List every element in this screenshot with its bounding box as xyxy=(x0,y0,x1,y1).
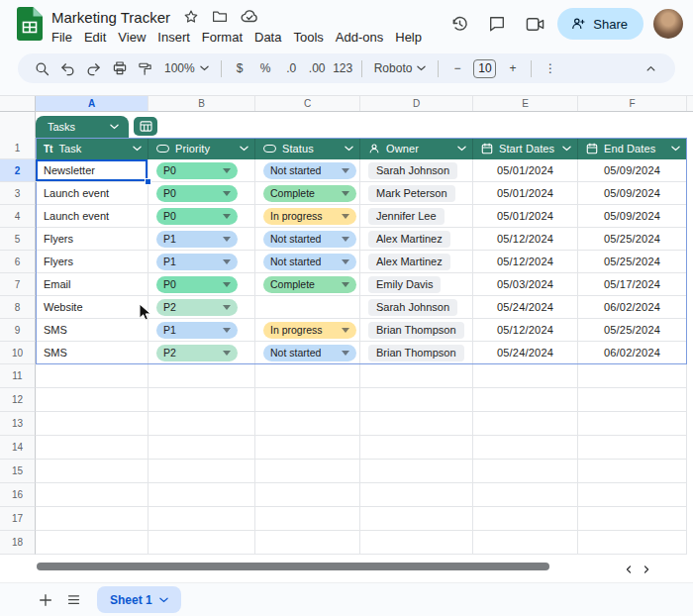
cell-start-date[interactable]: 05/01/2024 xyxy=(473,159,578,182)
cell-task[interactable]: Website xyxy=(36,296,148,319)
grid-cell[interactable] xyxy=(148,507,255,531)
menu-view[interactable]: View xyxy=(112,28,151,48)
version-history-button[interactable] xyxy=(443,8,476,40)
cell-task[interactable]: Launch event xyxy=(36,182,148,205)
grid-cell[interactable] xyxy=(473,436,578,460)
cell-start-date[interactable]: 05/01/2024 xyxy=(473,205,578,228)
column-header-c[interactable]: C xyxy=(255,96,360,111)
cell-start-date[interactable]: 05/03/2024 xyxy=(473,273,578,296)
chevron-down-icon[interactable] xyxy=(159,597,168,603)
grid-cell[interactable] xyxy=(473,460,578,483)
increase-decimal-places-button[interactable]: .00 xyxy=(305,56,330,80)
owner-chip[interactable]: Jennifer Lee xyxy=(368,208,445,225)
priority-pill[interactable]: P0 xyxy=(156,208,238,225)
cell-status[interactable]: Not started xyxy=(255,251,360,273)
document-title[interactable]: Marketing Tracker xyxy=(51,9,170,26)
sheet-tab-active[interactable]: Sheet 1 xyxy=(97,586,181,613)
chevron-down-icon[interactable] xyxy=(110,124,119,130)
status-pill[interactable]: Complete xyxy=(263,185,356,202)
grid-cell[interactable] xyxy=(473,412,578,436)
table-header-end-dates[interactable]: End Dates xyxy=(578,138,687,159)
grid-cell[interactable] xyxy=(148,364,255,388)
table-view-button[interactable] xyxy=(134,117,157,136)
row-header-11[interactable]: 11 xyxy=(0,364,36,388)
search-button[interactable] xyxy=(30,56,54,80)
grid-cell[interactable] xyxy=(360,531,473,555)
grid-cell[interactable] xyxy=(360,436,473,460)
more-toolbar-options-button[interactable]: ⋮ xyxy=(538,56,562,80)
grid-cell[interactable] xyxy=(148,412,255,436)
owner-chip[interactable]: Emily Davis xyxy=(368,276,441,293)
cell-end-date[interactable]: 05/25/2024 xyxy=(578,319,687,342)
grid-cell[interactable] xyxy=(578,483,687,507)
font-family-dropdown[interactable]: Roboto xyxy=(368,56,433,80)
cell-end-date[interactable]: 05/25/2024 xyxy=(578,228,687,251)
owner-chip[interactable]: Alex Martinez xyxy=(368,231,450,248)
status-pill[interactable]: In progress xyxy=(263,322,356,339)
cell-owner[interactable]: Emily Davis xyxy=(360,273,473,296)
row-header-17[interactable]: 17 xyxy=(0,507,36,531)
cell-status[interactable]: Not started xyxy=(255,159,360,182)
owner-chip[interactable]: Brian Thompson xyxy=(368,345,464,361)
cell-priority[interactable]: P0 xyxy=(148,182,255,205)
grid-cell[interactable] xyxy=(255,460,360,483)
scroll-left-icon[interactable] xyxy=(624,565,634,574)
cell-end-date[interactable]: 05/17/2024 xyxy=(578,273,687,296)
cloud-saved-icon[interactable] xyxy=(241,8,258,26)
row-header-18[interactable]: 18 xyxy=(0,531,36,555)
priority-pill[interactable]: P2 xyxy=(156,299,238,316)
zoom-dropdown[interactable]: 100% xyxy=(158,56,215,80)
cell-end-date[interactable]: 06/02/2024 xyxy=(578,342,687,364)
grid-cell[interactable] xyxy=(578,436,687,460)
table-header-priority[interactable]: Priority xyxy=(148,138,255,159)
grid-cell[interactable] xyxy=(36,388,148,412)
cell-task[interactable]: Launch event xyxy=(36,205,148,228)
cell-end-date[interactable]: 06/02/2024 xyxy=(578,296,687,319)
status-pill[interactable]: Not started xyxy=(263,254,356,270)
priority-pill[interactable]: P1 xyxy=(156,254,238,270)
grid-cell[interactable] xyxy=(578,388,687,412)
row-header-7[interactable]: 7 xyxy=(0,273,36,296)
row-header-8[interactable]: 8 xyxy=(0,296,36,319)
owner-chip[interactable]: Sarah Johnson xyxy=(368,162,457,179)
menu-format[interactable]: Format xyxy=(196,28,248,48)
cell-task[interactable]: Email xyxy=(36,273,148,296)
grid-cell[interactable] xyxy=(36,460,148,483)
menu-data[interactable]: Data xyxy=(248,28,287,48)
cell-task[interactable]: Flyers xyxy=(36,251,148,273)
more-formats-button[interactable]: 123 xyxy=(331,56,355,80)
row-header-13[interactable]: 13 xyxy=(0,412,36,436)
cell-end-date[interactable]: 05/09/2024 xyxy=(578,205,687,228)
priority-pill[interactable]: P0 xyxy=(156,185,238,202)
cell-owner[interactable]: Alex Martinez xyxy=(360,251,473,273)
cell-priority[interactable]: P2 xyxy=(148,342,255,364)
decrease-font-size-button[interactable]: − xyxy=(445,56,469,80)
redo-button[interactable] xyxy=(81,56,106,80)
grid-cell[interactable] xyxy=(36,483,148,507)
cell-owner[interactable]: Alex Martinez xyxy=(360,228,473,251)
priority-pill[interactable]: P1 xyxy=(156,322,238,339)
chevron-down-icon[interactable] xyxy=(457,146,466,152)
grid-cell[interactable] xyxy=(148,483,255,507)
row-header-12[interactable]: 12 xyxy=(0,388,36,412)
grid-cell[interactable] xyxy=(255,531,360,555)
cell-task[interactable]: Flyers xyxy=(36,228,148,251)
cell-owner[interactable]: Sarah Johnson xyxy=(360,159,473,182)
grid-cell[interactable] xyxy=(148,388,255,412)
priority-pill[interactable]: P2 xyxy=(156,345,238,361)
folder-move-icon[interactable] xyxy=(212,9,228,25)
status-pill[interactable]: In progress xyxy=(263,208,356,225)
cell-start-date[interactable]: 05/12/2024 xyxy=(473,251,578,273)
print-button[interactable] xyxy=(107,56,132,80)
table-header-status[interactable]: Status xyxy=(255,138,360,159)
hide-menus-button[interactable] xyxy=(639,56,663,80)
grid-cell[interactable] xyxy=(578,460,687,483)
column-header-f[interactable]: F xyxy=(578,96,687,111)
chevron-down-icon[interactable] xyxy=(671,146,680,152)
column-header-a[interactable]: A xyxy=(36,96,148,111)
cell-status[interactable]: Complete xyxy=(255,273,360,296)
menu-insert[interactable]: Insert xyxy=(151,28,196,48)
paint-format-button[interactable] xyxy=(133,56,157,80)
cell-owner[interactable]: Mark Peterson xyxy=(360,182,473,205)
cell-status[interactable]: In progress xyxy=(255,205,360,228)
